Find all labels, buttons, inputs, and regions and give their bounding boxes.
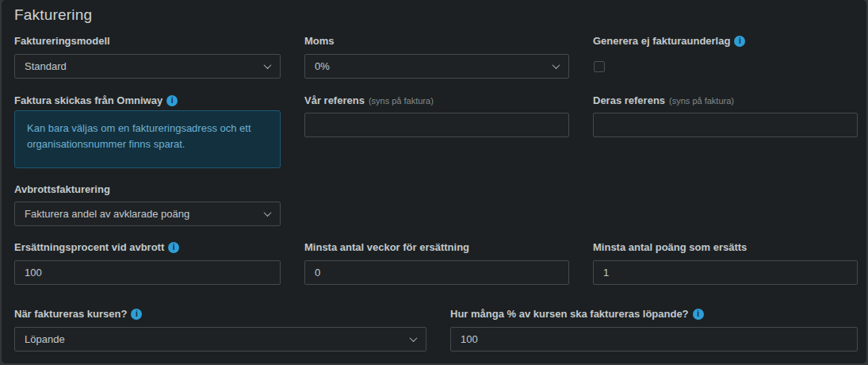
hur-manga-procent-label: Hur många % av kursen ska faktureras löp… bbox=[450, 308, 704, 320]
var-referens-sublabel: (syns på faktura) bbox=[369, 96, 434, 106]
faktureringsmodell-label-text: Faktureringsmodell bbox=[14, 35, 110, 47]
avbrottsfakturering-selected-value: Fakturera andel av avklarade poäng bbox=[25, 208, 189, 220]
ersattningsprocent-label-text: Ersättningsprocent vid avbrott bbox=[14, 241, 164, 253]
moms-selected-value: 0% bbox=[315, 60, 330, 72]
faktureringsmodell-selected-value: Standard bbox=[25, 60, 67, 72]
deras-referens-sublabel: (syns på faktura) bbox=[669, 96, 734, 106]
var-referens-input[interactable] bbox=[304, 113, 569, 137]
minsta-antal-veckor-label-text: Minsta antal veckor för ersättning bbox=[304, 241, 469, 253]
generera-ej-fakturaunderlag-label: Generera ej fakturaunderlag i bbox=[593, 35, 745, 47]
minsta-antal-poang-input[interactable] bbox=[593, 260, 858, 285]
var-referens-label-text: Vår referens bbox=[304, 94, 365, 106]
generera-ej-fakturaunderlag-label-text: Generera ej fakturaunderlag bbox=[593, 35, 730, 47]
faktureringsmodell-label: Faktureringsmodell bbox=[14, 35, 110, 47]
faktura-skickas-info-box: Kan bara väljas om en faktureringsadress… bbox=[14, 110, 281, 168]
avbrottsfakturering-select[interactable]: Fakturera andel av avklarade poäng bbox=[14, 202, 281, 226]
nar-faktureras-kursen-selected-value: Löpande bbox=[25, 333, 65, 345]
moms-label-text: Moms bbox=[304, 35, 335, 47]
ersattningsprocent-label: Ersättningsprocent vid avbrott i bbox=[14, 241, 179, 253]
avbrottsfakturering-label: Avbrottsfakturering bbox=[14, 183, 110, 195]
moms-label: Moms bbox=[304, 35, 335, 47]
deras-referens-input[interactable] bbox=[593, 113, 858, 137]
info-icon[interactable]: i bbox=[168, 242, 179, 253]
page-title: Fakturering bbox=[14, 6, 92, 24]
chevron-down-icon bbox=[264, 209, 272, 217]
nar-faktureras-kursen-label-text: När faktureras kursen? bbox=[14, 308, 127, 320]
var-referens-label: Vår referens (syns på faktura) bbox=[304, 94, 434, 106]
info-icon[interactable]: i bbox=[693, 309, 704, 320]
fakturering-panel: Fakturering Faktureringsmodell Standard … bbox=[2, 0, 866, 363]
avbrottsfakturering-label-text: Avbrottsfakturering bbox=[14, 183, 110, 195]
faktura-skickas-fran-omniway-label: Faktura skickas från Omniway i bbox=[14, 94, 178, 106]
nar-faktureras-kursen-select[interactable]: Löpande bbox=[14, 327, 426, 352]
moms-select[interactable]: 0% bbox=[304, 54, 569, 79]
hur-manga-procent-input[interactable] bbox=[450, 327, 858, 352]
info-icon[interactable]: i bbox=[131, 309, 142, 320]
deras-referens-label: Deras referens (syns på faktura) bbox=[593, 94, 734, 106]
generera-ej-fakturaunderlag-checkbox[interactable] bbox=[594, 61, 605, 72]
info-icon[interactable]: i bbox=[166, 95, 178, 106]
minsta-antal-poang-label-text: Minsta antal poäng som ersätts bbox=[593, 241, 747, 253]
chevron-down-icon bbox=[553, 61, 560, 69]
faktura-skickas-fran-omniway-label-text: Faktura skickas från Omniway bbox=[14, 94, 163, 106]
chevron-down-icon bbox=[410, 334, 418, 342]
minsta-antal-veckor-input[interactable] bbox=[304, 260, 569, 285]
nar-faktureras-kursen-label: När faktureras kursen? i bbox=[14, 308, 142, 320]
minsta-antal-poang-label: Minsta antal poäng som ersätts bbox=[593, 241, 747, 253]
faktureringsmodell-select[interactable]: Standard bbox=[14, 54, 281, 79]
deras-referens-label-text: Deras referens bbox=[593, 94, 665, 106]
ersattningsprocent-input[interactable] bbox=[14, 260, 281, 285]
chevron-down-icon bbox=[264, 61, 272, 69]
info-icon[interactable]: i bbox=[734, 36, 745, 47]
hur-manga-procent-label-text: Hur många % av kursen ska faktureras löp… bbox=[450, 308, 689, 320]
minsta-antal-veckor-label: Minsta antal veckor för ersättning bbox=[304, 241, 469, 253]
